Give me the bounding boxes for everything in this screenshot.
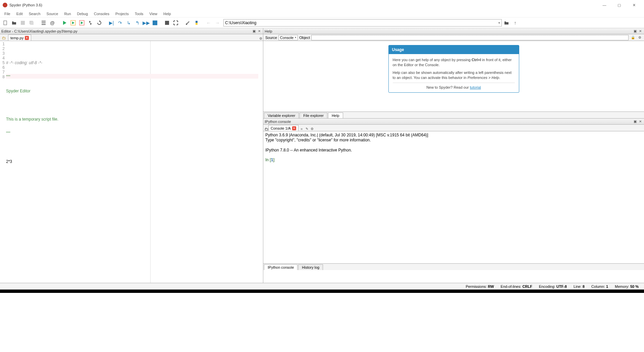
status-line: Line: 8: [571, 284, 587, 289]
tab-help[interactable]: Help: [328, 113, 343, 118]
menu-file[interactable]: File: [1, 11, 13, 17]
save-icon[interactable]: [19, 19, 27, 27]
back-icon[interactable]: ←: [205, 19, 213, 27]
menu-source[interactable]: Source: [44, 11, 61, 17]
titlebar: Spyder (Python 3.6) — ▢ ✕: [0, 0, 644, 10]
console-header-text: IPython console: [265, 120, 291, 124]
svg-rect-7: [165, 21, 169, 25]
console-stop-icon[interactable]: ■: [299, 126, 304, 131]
menu-consoles[interactable]: Consoles: [91, 11, 112, 17]
step-into-icon[interactable]: ↳: [125, 19, 133, 27]
console-close-icon[interactable]: ✕: [638, 119, 643, 124]
menu-help[interactable]: Help: [160, 11, 174, 17]
editor-undock-icon[interactable]: ▣: [252, 29, 256, 34]
open-file-icon[interactable]: [10, 19, 18, 27]
console-tabbar: 🗀 Console 1/A ✕ ■ ✎ ⚙: [263, 125, 644, 131]
debug-icon[interactable]: ▶|: [107, 19, 115, 27]
working-dir-input[interactable]: C:\Users\Xiaoting: [223, 19, 502, 27]
help-lock-icon[interactable]: 🔒: [631, 35, 635, 40]
taskbar-strip: [0, 290, 644, 293]
statusbar: Permissions: RW End-of-lines: CRLF Encod…: [0, 283, 644, 290]
console-output[interactable]: Python 3.6.9 |Anaconda, Inc.| (default, …: [263, 131, 644, 263]
help-close-icon[interactable]: ✕: [638, 29, 643, 34]
list-icon[interactable]: [40, 19, 48, 27]
preferences-icon[interactable]: [184, 19, 192, 27]
help-options-icon[interactable]: ⚙: [637, 35, 642, 40]
console-header: IPython console ▣ ✕: [263, 119, 644, 125]
status-memory: Memory: 50 %: [612, 284, 641, 289]
usage-text-1: Here you can get help of any object by p…: [393, 57, 515, 68]
editor-tabbar: 🗀 temp.py ✕ ⚙: [0, 34, 263, 41]
run-cell-advance-icon[interactable]: [78, 19, 86, 27]
console-text: Python 3.6.9 |Anaconda, Inc.| (default, …: [265, 133, 428, 152]
step-out-icon[interactable]: ↰: [133, 19, 142, 27]
new-file-icon[interactable]: [1, 19, 9, 27]
console-bottom-tabs: IPython console History log: [263, 263, 644, 270]
tab-history-log[interactable]: History log: [298, 264, 323, 270]
browse-dir-icon[interactable]: [502, 19, 511, 27]
run-selection-icon[interactable]: [87, 19, 95, 27]
svg-rect-3: [30, 21, 34, 25]
tab-variable-explorer[interactable]: Variable explorer: [264, 113, 299, 118]
tab-file-explorer[interactable]: File explorer: [300, 113, 327, 118]
parent-dir-icon[interactable]: ↑: [511, 19, 519, 27]
tab-ipython-console[interactable]: IPython console: [264, 264, 298, 270]
at-icon[interactable]: @: [48, 19, 56, 27]
help-toolbar: Source Console Object 🔒 ⚙: [263, 34, 644, 41]
line-gutter: 12 34 56 78: [0, 41, 6, 283]
run-cell-icon[interactable]: [69, 19, 77, 27]
editor-options-icon[interactable]: ⚙: [258, 36, 263, 41]
editor-header-text: Editor - C:\Users\Xiaoting\.spyder-py3\t…: [1, 29, 77, 33]
stop-debug-icon[interactable]: [151, 19, 159, 27]
menu-view[interactable]: View: [146, 11, 160, 17]
tutorial-line: New to Spyder? Read our tutorial: [393, 85, 515, 90]
help-undock-icon[interactable]: ▣: [633, 29, 637, 34]
main-area: Editor - C:\Users\Xiaoting\.spyder-py3\t…: [0, 28, 644, 283]
menu-debug[interactable]: Debug: [74, 11, 91, 17]
save-all-icon[interactable]: [28, 19, 36, 27]
menu-search[interactable]: Search: [26, 11, 44, 17]
code-editor[interactable]: 12 34 56 78 # -*- coding: utf-8 -*- """ …: [0, 41, 263, 283]
tab-label: temp.py: [10, 36, 23, 40]
tab-close-icon[interactable]: ✕: [25, 36, 29, 40]
help-header-text: Help: [265, 29, 272, 33]
run-icon[interactable]: [60, 19, 68, 27]
window-title: Spyder (Python 3.6): [9, 3, 42, 7]
console-pane: IPython console ▣ ✕ 🗀 Console 1/A ✕ ■ ✎ …: [263, 118, 644, 270]
console-tab-close-icon[interactable]: ✕: [292, 126, 296, 130]
object-label: Object: [299, 36, 310, 40]
console-undock-icon[interactable]: ▣: [633, 119, 637, 124]
console-options-icon[interactable]: ⚙: [310, 126, 315, 131]
step-over-icon[interactable]: ↷: [116, 19, 124, 27]
forward-icon[interactable]: →: [213, 19, 221, 27]
close-button[interactable]: ✕: [627, 0, 641, 10]
svg-rect-0: [4, 21, 7, 25]
python-path-icon[interactable]: [193, 19, 201, 27]
source-select[interactable]: Console: [278, 35, 298, 40]
menu-projects[interactable]: Projects: [112, 11, 132, 17]
code-area[interactable]: # -*- coding: utf-8 -*- """ Spyder Edito…: [6, 41, 263, 283]
fullscreen-icon[interactable]: [172, 19, 180, 27]
menu-run[interactable]: Run: [61, 11, 74, 17]
object-input[interactable]: [311, 35, 629, 40]
tutorial-link[interactable]: tutorial: [470, 85, 481, 89]
help-body: Usage Here you can get help of any objec…: [263, 41, 644, 112]
editor-pane: Editor - C:\Users\Xiaoting\.spyder-py3\t…: [0, 28, 263, 283]
console-tab[interactable]: Console 1/A ✕: [268, 125, 299, 131]
menu-tools[interactable]: Tools: [132, 11, 147, 17]
minimize-button[interactable]: —: [597, 0, 612, 10]
console-clear-icon[interactable]: ✎: [305, 126, 309, 131]
console-browse-icon[interactable]: 🗀: [265, 127, 268, 131]
browse-tabs-icon[interactable]: 🗀: [1, 35, 7, 41]
help-bottom-tabs: Variable explorer File explorer Help: [263, 112, 644, 118]
continue-icon[interactable]: ▶▶: [142, 19, 150, 27]
rerun-icon[interactable]: [95, 19, 103, 27]
menu-edit[interactable]: Edit: [13, 11, 26, 17]
help-header: Help ▣ ✕: [263, 28, 644, 34]
status-eol: End-of-lines: CRLF: [498, 284, 535, 289]
editor-close-icon[interactable]: ✕: [257, 29, 262, 34]
editor-tab-temp[interactable]: temp.py ✕: [8, 35, 31, 41]
maximize-button[interactable]: ▢: [612, 0, 627, 10]
console-prompt: In [1]:: [265, 158, 276, 162]
maximize-pane-icon[interactable]: [163, 19, 171, 27]
